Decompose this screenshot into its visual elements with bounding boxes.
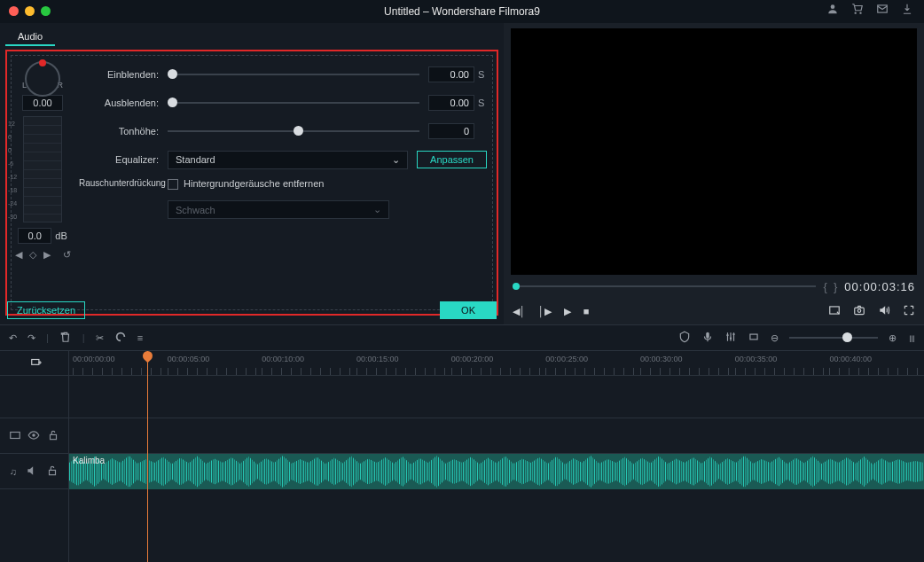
cart-icon[interactable] xyxy=(851,0,864,23)
play-button[interactable]: ▶ xyxy=(564,306,571,317)
redo-icon[interactable]: ↷ xyxy=(27,332,35,344)
record-vo-icon[interactable] xyxy=(701,331,714,345)
keyframe-add-icon[interactable]: ◇ xyxy=(29,249,36,261)
pan-value[interactable]: 0.00 xyxy=(22,95,63,111)
delete-icon[interactable] xyxy=(59,331,72,345)
audio-panel: Audio LR 0.00 0.0 dB ◀ ◇ ▶ ↺ xyxy=(0,23,504,324)
svg-rect-14 xyxy=(50,470,56,474)
fadein-value[interactable]: 0.00 xyxy=(428,66,474,82)
preview-panel: { } 00:00:03:16 ◀│ │▶ ▶ ■ xyxy=(504,23,924,324)
next-frame-button[interactable]: │▶ xyxy=(538,306,552,317)
vu-meter xyxy=(23,116,62,222)
maximize-window[interactable] xyxy=(41,6,51,16)
timecode-display: 00:00:03:16 xyxy=(844,280,915,293)
ruler-tick: 00:00:35:00 xyxy=(735,351,830,375)
track-lock-icon[interactable] xyxy=(47,429,59,443)
fadeout-label: Ausblenden: xyxy=(79,98,168,108)
pan-meter-section: LR 0.00 0.0 dB ◀ ◇ ▶ ↺ xyxy=(12,56,74,309)
db-value[interactable]: 0.0 xyxy=(18,228,51,244)
pitch-value[interactable]: 0 xyxy=(428,123,474,139)
snapshot-icon[interactable] xyxy=(853,304,865,318)
timeline-toolbar: ↶ ↷ | | ✂ ≡ ⊖ ⊕ ⫼ xyxy=(0,324,924,351)
download-icon[interactable] xyxy=(901,0,913,23)
zoom-out-icon[interactable]: ⊖ xyxy=(771,332,779,344)
time-ruler[interactable]: 00:00:00:0000:00:05:0000:00:10:0000:00:1… xyxy=(69,351,924,376)
pitch-slider[interactable] xyxy=(168,130,419,132)
reset-button[interactable]: Zurücksetzen xyxy=(7,301,85,319)
undo-icon[interactable]: ↶ xyxy=(9,332,17,344)
close-window[interactable] xyxy=(9,6,19,16)
fadein-unit: S xyxy=(474,69,487,80)
svg-point-7 xyxy=(730,338,732,340)
svg-rect-5 xyxy=(706,332,709,339)
zoom-in-icon[interactable]: ⊕ xyxy=(889,332,897,344)
svg-point-6 xyxy=(726,334,728,336)
track-lock-icon[interactable] xyxy=(46,464,59,479)
keyframe-next-icon[interactable]: ▶ xyxy=(43,249,51,261)
audio-track-icon: ♫ xyxy=(10,466,17,477)
top-right-icons xyxy=(826,0,913,23)
fadeout-unit: S xyxy=(474,98,487,108)
user-icon[interactable] xyxy=(826,0,839,23)
prev-frame-button[interactable]: ◀│ xyxy=(513,306,526,317)
clip-label: Kalimba xyxy=(73,456,105,465)
pan-dial[interactable] xyxy=(25,61,60,97)
chevron-down-icon: ⌄ xyxy=(373,204,381,215)
minimize-window[interactable] xyxy=(25,6,35,16)
track-visible-icon[interactable] xyxy=(27,429,40,443)
noise-checkbox-row[interactable]: Hintergrundgeräusche entfernen xyxy=(168,178,324,189)
track-headers: ♫ xyxy=(0,351,69,562)
stop-button[interactable]: ■ xyxy=(583,306,590,316)
mail-icon[interactable] xyxy=(876,0,889,23)
timeline-body[interactable]: 00:00:00:0000:00:05:0000:00:10:0000:00:1… xyxy=(69,351,924,562)
fadeout-slider[interactable] xyxy=(168,102,419,104)
volume-icon[interactable] xyxy=(878,304,890,318)
in-out-brackets: { } xyxy=(823,280,837,293)
equalizer-adjust-button[interactable]: Anpassen xyxy=(417,151,487,168)
svg-rect-11 xyxy=(11,432,20,438)
svg-point-0 xyxy=(831,4,835,9)
noise-strength-select: Schwach⌄ xyxy=(168,200,389,219)
svg-rect-13 xyxy=(51,434,57,439)
noise-label: Rauschunterdrückung xyxy=(79,178,168,188)
playhead[interactable] xyxy=(147,351,148,562)
split-icon[interactable]: ✂ xyxy=(96,332,104,344)
speed-icon[interactable] xyxy=(114,331,127,345)
audio-clip[interactable]: Kalimba xyxy=(69,454,924,489)
ruler-tick: 00:00:05:00 xyxy=(168,351,262,375)
reset-icon[interactable]: ↺ xyxy=(63,249,71,261)
track-mute-icon[interactable] xyxy=(26,464,38,479)
pitch-label: Tonhöhe: xyxy=(79,126,168,137)
db-unit: dB xyxy=(55,230,67,241)
tab-audio[interactable]: Audio xyxy=(5,28,55,46)
zoom-slider[interactable] xyxy=(789,337,878,339)
mixer-icon[interactable] xyxy=(724,331,737,345)
window-controls xyxy=(9,6,51,16)
svg-point-8 xyxy=(732,333,734,335)
crop-icon[interactable] xyxy=(748,331,760,345)
playback-position-slider[interactable] xyxy=(513,285,816,287)
timeline: ♫ 00:00:00:0000:00:05:0000:00:10:0000:00… xyxy=(0,351,924,562)
svg-point-12 xyxy=(33,433,36,437)
fullscreen-icon[interactable] xyxy=(903,304,915,318)
ruler-tick: 00:00:00:00 xyxy=(73,351,168,375)
fadein-slider[interactable] xyxy=(168,74,419,75)
ok-button[interactable]: OK xyxy=(440,301,497,319)
noise-checkbox-label: Hintergrundgeräusche entfernen xyxy=(184,178,324,189)
ruler-tick: 00:00:15:00 xyxy=(356,351,451,375)
settings-icon[interactable]: ≡ xyxy=(137,332,143,343)
ruler-tick: 00:00:20:00 xyxy=(451,351,546,375)
video-preview xyxy=(511,28,917,275)
equalizer-label: Equalizer: xyxy=(79,154,168,165)
noise-checkbox[interactable] xyxy=(168,179,178,190)
highlighted-region: LR 0.00 0.0 dB ◀ ◇ ▶ ↺ xyxy=(5,50,498,316)
marker-icon[interactable] xyxy=(678,331,691,345)
equalizer-select[interactable]: Standard⌄ xyxy=(168,151,408,169)
ruler-tick: 00:00:10:00 xyxy=(262,351,356,375)
add-track-icon[interactable] xyxy=(30,356,43,371)
keyframe-prev-icon[interactable]: ◀ xyxy=(15,249,22,261)
zoom-fit-icon[interactable]: ⫼ xyxy=(907,332,915,343)
fadein-label: Einblenden: xyxy=(79,69,168,80)
fadeout-value[interactable]: 0.00 xyxy=(428,95,474,111)
safe-zone-icon[interactable] xyxy=(828,304,841,318)
